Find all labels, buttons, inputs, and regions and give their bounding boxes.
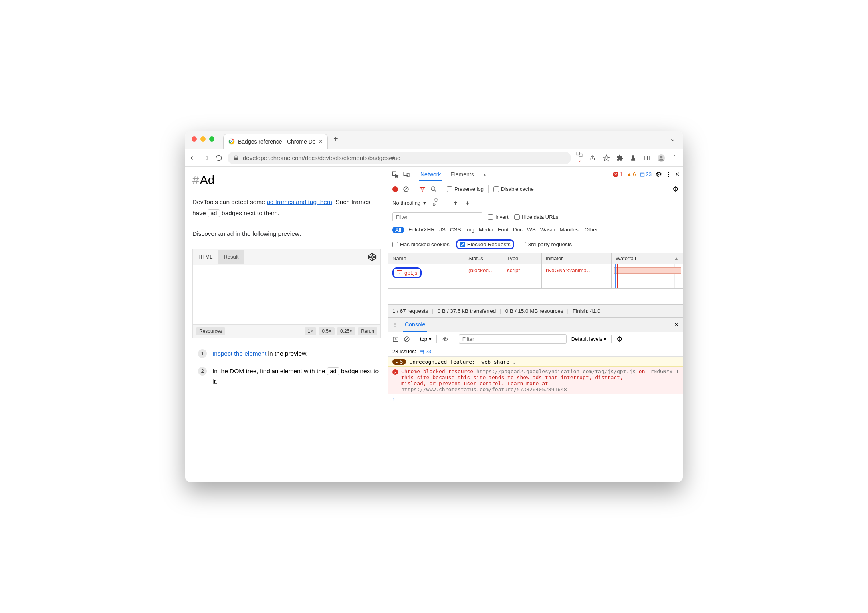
inspect-icon[interactable] [392, 171, 399, 178]
console-filter-input[interactable] [459, 334, 567, 344]
console-settings-icon[interactable]: ⚙ [616, 335, 623, 344]
disable-cache-checkbox[interactable]: Disable cache [493, 186, 534, 192]
record-button[interactable] [392, 186, 398, 192]
upload-har-icon[interactable] [453, 200, 458, 206]
network-filter-input[interactable] [392, 212, 482, 221]
tab-close-icon[interactable]: × [319, 138, 323, 145]
blocked-url-link[interactable]: https://pagead2.googlesyndication.com/ta… [476, 368, 636, 374]
network-settings-icon[interactable]: ⚙ [672, 185, 679, 194]
page-content: #Ad DevTools can detect some ad frames a… [185, 167, 388, 482]
type-ws[interactable]: WS [527, 227, 536, 233]
console-close-icon[interactable]: ✕ [674, 322, 679, 328]
error-icon: ✕ [392, 369, 398, 375]
lock-icon [233, 155, 239, 161]
type-wasm[interactable]: Wasm [540, 227, 555, 233]
network-conditions-icon[interactable]: ⚙ [432, 197, 440, 209]
console-error[interactable]: ✕ Chrome blocked resource https://pagead… [388, 367, 683, 394]
error-count[interactable]: ✕1 [613, 171, 622, 177]
close-devtools-icon[interactable]: ✕ [675, 171, 680, 177]
type-js[interactable]: JS [439, 227, 446, 233]
col-type[interactable]: Type [503, 253, 541, 264]
kebab-icon[interactable]: ⋮ [666, 171, 671, 177]
console-prompt[interactable]: › [388, 394, 683, 403]
error-source-link[interactable]: rNdGNYx:1 [651, 368, 679, 392]
inspect-link[interactable]: Inspect the element [212, 350, 266, 357]
type-manifest[interactable]: Manifest [559, 227, 580, 233]
discover-paragraph: Discover an ad in the following preview: [192, 228, 381, 239]
clear-icon[interactable] [403, 186, 409, 192]
type-css[interactable]: CSS [450, 227, 461, 233]
col-status[interactable]: Status [464, 253, 503, 264]
codepen-05x-button[interactable]: 0.5× [319, 327, 335, 335]
codepen-icon[interactable] [364, 249, 380, 265]
codepen-rerun-button[interactable]: Rerun [358, 327, 377, 335]
console-levels-select[interactable]: Default levels ▾ [571, 336, 607, 342]
throttling-select[interactable]: No throttling ▾ [392, 200, 426, 206]
tabs-dropdown-icon[interactable] [670, 137, 676, 143]
preserve-log-checkbox[interactable]: Preserve log [447, 186, 484, 192]
warning-count[interactable]: ▲6 [626, 171, 636, 177]
invert-checkbox[interactable]: Invert [488, 214, 509, 220]
console-eye-icon[interactable] [442, 336, 449, 342]
filter-icon[interactable] [419, 186, 426, 192]
type-all[interactable]: All [392, 227, 404, 233]
ad-frames-link[interactable]: ad frames and tag them [267, 198, 332, 205]
device-icon[interactable] [403, 171, 410, 178]
tab-elements[interactable]: Elements [449, 168, 475, 181]
has-blocked-cookies-checkbox[interactable]: Has blocked cookies [392, 239, 450, 249]
svg-point-15 [444, 338, 446, 340]
console-warning[interactable]: ▸ 5 Unrecognized feature: 'web-share'. [388, 357, 683, 367]
type-font[interactable]: Font [498, 227, 509, 233]
third-party-checkbox[interactable]: 3rd-party requests [521, 239, 572, 249]
tab-more[interactable]: » [482, 168, 488, 181]
panel-icon[interactable] [644, 155, 652, 161]
blocked-requests-checkbox[interactable]: Blocked Requests [460, 241, 511, 247]
traffic-max[interactable] [209, 136, 214, 142]
search-icon[interactable] [430, 186, 437, 192]
col-name[interactable]: Name [388, 253, 464, 264]
console-context-select[interactable]: top ▾ [420, 336, 432, 342]
address-bar[interactable]: developer.chrome.com/docs/devtools/eleme… [228, 152, 571, 164]
type-other[interactable]: Other [584, 227, 598, 233]
new-tab-button[interactable]: + [333, 134, 338, 144]
menu-icon[interactable]: ⋮ [671, 154, 679, 162]
codepen-tab-html[interactable]: HTML [193, 250, 218, 264]
traffic-close[interactable] [192, 136, 197, 142]
translate-icon[interactable]: × [576, 151, 584, 165]
download-har-icon[interactable] [465, 200, 470, 206]
settings-icon[interactable]: ⚙ [656, 170, 662, 179]
type-doc[interactable]: Doc [513, 227, 523, 233]
type-fetch[interactable]: Fetch/XHR [408, 227, 435, 233]
traffic-min[interactable] [200, 136, 206, 142]
type-img[interactable]: Img [466, 227, 475, 233]
learn-more-link[interactable]: https://www.chromestatus.com/feature/573… [401, 386, 567, 392]
type-media[interactable]: Media [479, 227, 493, 233]
issues-row[interactable]: 23 Issues: ▤ 23 [388, 346, 683, 357]
labs-icon[interactable] [630, 155, 638, 161]
console-clear-icon[interactable] [404, 336, 410, 342]
console-menu-icon[interactable]: ⋮ [392, 322, 398, 328]
col-waterfall[interactable]: Waterfall▲ [612, 253, 683, 264]
codepen-tab-result[interactable]: Result [218, 250, 244, 264]
codepen-1x-button[interactable]: 1× [305, 327, 317, 335]
extensions-icon[interactable] [616, 154, 624, 162]
console-sidebar-icon[interactable] [392, 336, 399, 342]
hide-data-urls-checkbox[interactable]: Hide data URLs [514, 214, 559, 220]
browser-tab[interactable]: Badges reference - Chrome De × [223, 134, 328, 149]
console-tab[interactable]: Console [403, 318, 427, 332]
network-row-name[interactable]: ▫gpt.js [388, 264, 464, 288]
back-button[interactable] [189, 154, 197, 162]
star-icon[interactable] [603, 154, 611, 162]
codepen-resources-button[interactable]: Resources [196, 327, 225, 335]
share-icon[interactable] [589, 155, 597, 161]
reload-button[interactable] [215, 154, 223, 162]
svg-rect-5 [644, 156, 649, 160]
forward-button[interactable] [202, 154, 210, 162]
codepen-025x-button[interactable]: 0.25× [337, 327, 355, 335]
profile-icon[interactable] [657, 154, 665, 162]
network-row-initiator[interactable]: rNdGNYx?anima… [542, 264, 611, 288]
message-count[interactable]: ▤23 [640, 171, 652, 177]
tab-network[interactable]: Network [419, 168, 442, 181]
network-row-waterfall [612, 264, 683, 288]
col-initiator[interactable]: Initiator [542, 253, 611, 264]
